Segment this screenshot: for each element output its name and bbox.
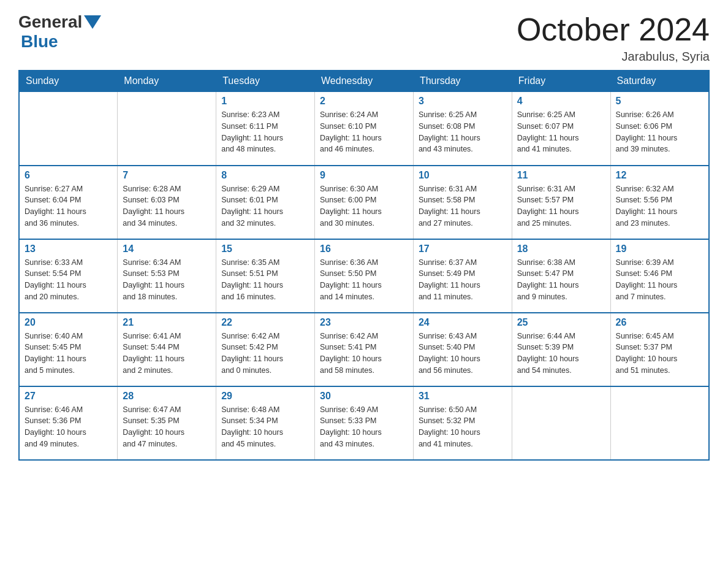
calendar-day-cell: 12Sunrise: 6:32 AM Sunset: 5:56 PM Dayli… [610, 166, 709, 239]
day-info: Sunrise: 6:34 AM Sunset: 5:53 PM Dayligh… [123, 257, 211, 303]
day-info: Sunrise: 6:42 AM Sunset: 5:41 PM Dayligh… [320, 331, 408, 377]
day-number: 10 [419, 170, 507, 181]
day-info: Sunrise: 6:25 AM Sunset: 6:07 PM Dayligh… [517, 109, 605, 155]
calendar-day-cell [610, 386, 709, 460]
day-info: Sunrise: 6:36 AM Sunset: 5:50 PM Dayligh… [320, 257, 408, 303]
day-info: Sunrise: 6:41 AM Sunset: 5:44 PM Dayligh… [123, 331, 211, 377]
calendar-day-cell: 25Sunrise: 6:44 AM Sunset: 5:39 PM Dayli… [512, 313, 610, 386]
day-info: Sunrise: 6:38 AM Sunset: 5:47 PM Dayligh… [517, 257, 605, 303]
calendar-day-cell: 15Sunrise: 6:35 AM Sunset: 5:51 PM Dayli… [216, 239, 315, 313]
calendar-week-row: 20Sunrise: 6:40 AM Sunset: 5:45 PM Dayli… [19, 313, 709, 386]
day-info: Sunrise: 6:49 AM Sunset: 5:33 PM Dayligh… [320, 404, 408, 450]
day-number: 16 [320, 243, 408, 255]
calendar-day-cell [118, 92, 216, 166]
day-number: 14 [123, 243, 211, 255]
day-number: 25 [517, 317, 605, 328]
day-number: 29 [221, 391, 309, 402]
calendar-day-cell: 9Sunrise: 6:30 AM Sunset: 6:00 PM Daylig… [315, 166, 414, 239]
day-number: 5 [616, 96, 703, 107]
day-number: 22 [221, 317, 309, 328]
day-info: Sunrise: 6:32 AM Sunset: 5:56 PM Dayligh… [616, 183, 703, 229]
day-number: 20 [25, 317, 112, 328]
location-text: Jarabulus, Syria [517, 50, 710, 64]
day-info: Sunrise: 6:28 AM Sunset: 6:03 PM Dayligh… [123, 183, 211, 229]
calendar-day-cell: 7Sunrise: 6:28 AM Sunset: 6:03 PM Daylig… [118, 166, 216, 239]
calendar-day-cell [19, 92, 118, 166]
day-number: 1 [221, 96, 309, 107]
day-info: Sunrise: 6:45 AM Sunset: 5:37 PM Dayligh… [616, 331, 703, 377]
day-info: Sunrise: 6:31 AM Sunset: 5:58 PM Dayligh… [419, 183, 507, 229]
calendar-day-cell: 17Sunrise: 6:37 AM Sunset: 5:49 PM Dayli… [413, 239, 512, 313]
day-number: 2 [320, 96, 408, 107]
calendar-day-cell: 30Sunrise: 6:49 AM Sunset: 5:33 PM Dayli… [315, 386, 414, 460]
calendar-day-cell: 4Sunrise: 6:25 AM Sunset: 6:07 PM Daylig… [512, 92, 610, 166]
calendar-table: SundayMondayTuesdayWednesdayThursdayFrid… [18, 70, 710, 461]
day-number: 15 [221, 243, 309, 255]
day-number: 30 [320, 391, 408, 402]
day-of-week-header: Monday [118, 71, 216, 92]
day-info: Sunrise: 6:42 AM Sunset: 5:42 PM Dayligh… [221, 331, 309, 377]
day-of-week-header: Tuesday [216, 71, 315, 92]
day-of-week-header: Friday [512, 71, 610, 92]
day-info: Sunrise: 6:48 AM Sunset: 5:34 PM Dayligh… [221, 404, 309, 450]
day-number: 28 [123, 391, 211, 402]
day-of-week-header: Sunday [19, 71, 118, 92]
calendar-week-row: 6Sunrise: 6:27 AM Sunset: 6:04 PM Daylig… [19, 166, 709, 239]
calendar-day-cell: 1Sunrise: 6:23 AM Sunset: 6:11 PM Daylig… [216, 92, 315, 166]
page-header: General Blue October 2024 Jarabulus, Syr… [18, 12, 710, 64]
calendar-day-cell: 26Sunrise: 6:45 AM Sunset: 5:37 PM Dayli… [610, 313, 709, 386]
calendar-day-cell: 28Sunrise: 6:47 AM Sunset: 5:35 PM Dayli… [118, 386, 216, 460]
calendar-day-cell: 2Sunrise: 6:24 AM Sunset: 6:10 PM Daylig… [315, 92, 414, 166]
day-number: 23 [320, 317, 408, 328]
logo-triangle-icon [84, 15, 101, 29]
day-info: Sunrise: 6:43 AM Sunset: 5:40 PM Dayligh… [419, 331, 507, 377]
day-info: Sunrise: 6:31 AM Sunset: 5:57 PM Dayligh… [517, 183, 605, 229]
calendar-week-row: 1Sunrise: 6:23 AM Sunset: 6:11 PM Daylig… [19, 92, 709, 166]
calendar-day-cell: 21Sunrise: 6:41 AM Sunset: 5:44 PM Dayli… [118, 313, 216, 386]
day-number: 8 [221, 170, 309, 181]
title-section: October 2024 Jarabulus, Syria [517, 12, 710, 64]
day-number: 17 [419, 243, 507, 255]
day-number: 19 [616, 243, 703, 255]
day-info: Sunrise: 6:25 AM Sunset: 6:08 PM Dayligh… [419, 109, 507, 155]
day-number: 6 [25, 170, 112, 181]
calendar-day-cell: 22Sunrise: 6:42 AM Sunset: 5:42 PM Dayli… [216, 313, 315, 386]
day-number: 12 [616, 170, 703, 181]
day-info: Sunrise: 6:26 AM Sunset: 6:06 PM Dayligh… [616, 109, 703, 155]
calendar-day-cell: 8Sunrise: 6:29 AM Sunset: 6:01 PM Daylig… [216, 166, 315, 239]
day-info: Sunrise: 6:44 AM Sunset: 5:39 PM Dayligh… [517, 331, 605, 377]
calendar-day-cell: 16Sunrise: 6:36 AM Sunset: 5:50 PM Dayli… [315, 239, 414, 313]
day-info: Sunrise: 6:27 AM Sunset: 6:04 PM Dayligh… [25, 183, 112, 229]
calendar-header-row: SundayMondayTuesdayWednesdayThursdayFrid… [19, 71, 709, 92]
calendar-week-row: 13Sunrise: 6:33 AM Sunset: 5:54 PM Dayli… [19, 239, 709, 313]
calendar-day-cell: 24Sunrise: 6:43 AM Sunset: 5:40 PM Dayli… [413, 313, 512, 386]
logo-general-text: General [18, 12, 82, 32]
calendar-week-row: 27Sunrise: 6:46 AM Sunset: 5:36 PM Dayli… [19, 386, 709, 460]
calendar-day-cell: 6Sunrise: 6:27 AM Sunset: 6:04 PM Daylig… [19, 166, 118, 239]
day-of-week-header: Wednesday [315, 71, 414, 92]
day-info: Sunrise: 6:39 AM Sunset: 5:46 PM Dayligh… [616, 257, 703, 303]
day-number: 13 [25, 243, 112, 255]
day-info: Sunrise: 6:50 AM Sunset: 5:32 PM Dayligh… [419, 404, 507, 450]
day-info: Sunrise: 6:46 AM Sunset: 5:36 PM Dayligh… [25, 404, 112, 450]
calendar-day-cell: 27Sunrise: 6:46 AM Sunset: 5:36 PM Dayli… [19, 386, 118, 460]
day-info: Sunrise: 6:37 AM Sunset: 5:49 PM Dayligh… [419, 257, 507, 303]
logo-blue-text: Blue [21, 32, 58, 51]
day-number: 27 [25, 391, 112, 402]
day-of-week-header: Thursday [413, 71, 512, 92]
day-info: Sunrise: 6:47 AM Sunset: 5:35 PM Dayligh… [123, 404, 211, 450]
calendar-day-cell: 18Sunrise: 6:38 AM Sunset: 5:47 PM Dayli… [512, 239, 610, 313]
calendar-day-cell: 13Sunrise: 6:33 AM Sunset: 5:54 PM Dayli… [19, 239, 118, 313]
day-number: 24 [419, 317, 507, 328]
day-number: 26 [616, 317, 703, 328]
calendar-day-cell: 31Sunrise: 6:50 AM Sunset: 5:32 PM Dayli… [413, 386, 512, 460]
calendar-day-cell: 23Sunrise: 6:42 AM Sunset: 5:41 PM Dayli… [315, 313, 414, 386]
day-info: Sunrise: 6:29 AM Sunset: 6:01 PM Dayligh… [221, 183, 309, 229]
day-info: Sunrise: 6:23 AM Sunset: 6:11 PM Dayligh… [221, 109, 309, 155]
calendar-day-cell: 3Sunrise: 6:25 AM Sunset: 6:08 PM Daylig… [413, 92, 512, 166]
day-number: 4 [517, 96, 605, 107]
calendar-day-cell: 20Sunrise: 6:40 AM Sunset: 5:45 PM Dayli… [19, 313, 118, 386]
day-number: 31 [419, 391, 507, 402]
logo: General Blue [18, 12, 103, 52]
calendar-day-cell: 11Sunrise: 6:31 AM Sunset: 5:57 PM Dayli… [512, 166, 610, 239]
